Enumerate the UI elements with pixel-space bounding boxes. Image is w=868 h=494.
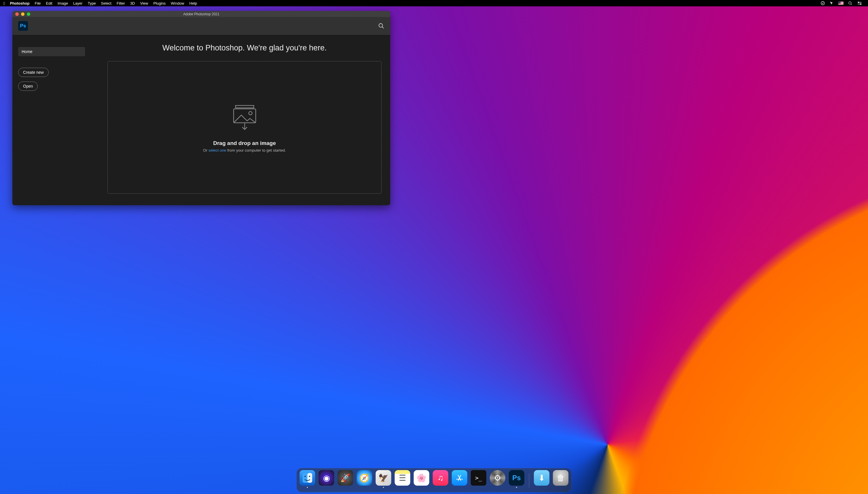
menu-help[interactable]: Help xyxy=(187,1,200,5)
svg-line-2 xyxy=(851,4,852,5)
menu-select[interactable]: Select xyxy=(99,1,114,5)
menu-file[interactable]: File xyxy=(32,1,43,5)
dock-launchpad[interactable]: 🚀 xyxy=(338,470,353,488)
svg-line-8 xyxy=(382,27,384,28)
control-center-icon[interactable] xyxy=(855,1,865,5)
dock-terminal[interactable]: >_ xyxy=(471,470,486,488)
dock-notes[interactable]: ☰ xyxy=(395,470,410,488)
welcome-heading: Welcome to Photoshop. We're glad you're … xyxy=(108,43,382,53)
menu-image[interactable]: Image xyxy=(55,1,71,5)
svg-rect-9 xyxy=(235,106,254,108)
menu-3d[interactable]: 3D xyxy=(128,1,138,5)
svg-point-15 xyxy=(305,476,306,477)
keyboard-layout-flag[interactable] xyxy=(836,1,846,5)
dock-trash[interactable]: 🗑 xyxy=(553,470,568,488)
app-menu[interactable]: Photoshop xyxy=(7,1,32,5)
dock-appstore[interactable] xyxy=(452,470,467,488)
select-file-link[interactable]: select one xyxy=(209,148,227,152)
menu-layer[interactable]: Layer xyxy=(71,1,85,5)
svg-point-1 xyxy=(849,1,851,4)
apple-menu[interactable]:  xyxy=(3,1,7,6)
svg-point-6 xyxy=(860,4,861,5)
open-button[interactable]: Open xyxy=(18,81,38,91)
home-main: Welcome to Photoshop. We're glad you're … xyxy=(99,35,390,205)
drop-zone[interactable]: Drag and drop an image Or select one fro… xyxy=(108,61,382,194)
svg-point-5 xyxy=(858,2,859,3)
create-new-button[interactable]: Create new xyxy=(18,68,49,77)
menu-window[interactable]: Window xyxy=(168,1,187,5)
search-button[interactable] xyxy=(378,23,384,29)
window-title: Adobe Photoshop 2021 xyxy=(13,12,390,16)
image-download-icon xyxy=(230,102,259,133)
menu-filter[interactable]: Filter xyxy=(114,1,128,5)
dock-photoshop[interactable]: Ps xyxy=(509,470,524,488)
svg-point-16 xyxy=(309,476,310,477)
home-sidebar: Home Create new Open xyxy=(13,35,99,205)
dock-siri[interactable]: ◉ xyxy=(319,470,334,488)
dock-photos[interactable]: 🌸 xyxy=(414,470,429,488)
mac-menubar:  Photoshop File Edit Image Layer Type S… xyxy=(0,0,868,6)
svg-point-7 xyxy=(379,24,383,27)
menu-plugins[interactable]: Plugins xyxy=(151,1,168,5)
dock-system-preferences[interactable]: ⚙︎ xyxy=(490,470,505,488)
menu-type[interactable]: Type xyxy=(85,1,98,5)
svg-point-11 xyxy=(249,111,252,115)
dock-music[interactable]: ♫ xyxy=(433,470,448,488)
dock-downloads[interactable]: ⬇︎ xyxy=(534,470,549,488)
dock: ◉ 🚀 🧭 🦅 ☰ 🌸 ♫ >_ ⚙︎ Ps ⬇︎ 🗑 xyxy=(296,468,572,492)
dock-mail[interactable]: 🦅 xyxy=(376,470,391,488)
menu-view[interactable]: View xyxy=(137,1,151,5)
nav-home[interactable]: Home xyxy=(18,47,85,56)
photoshop-logo[interactable]: Ps xyxy=(18,21,28,31)
window-titlebar[interactable]: Adobe Photoshop 2021 xyxy=(13,11,390,17)
spotlight-icon[interactable] xyxy=(846,1,855,5)
dock-finder[interactable] xyxy=(300,470,315,488)
cc-status-icon[interactable] xyxy=(818,1,827,5)
svg-point-0 xyxy=(821,1,825,5)
cursor-status-icon[interactable] xyxy=(827,1,836,5)
home-topbar: Ps xyxy=(13,17,390,35)
drop-zone-title: Drag and drop an image xyxy=(213,140,276,147)
photoshop-window: Adobe Photoshop 2021 Ps Home Create new … xyxy=(13,11,390,205)
drop-zone-subtitle: Or select one from your computer to get … xyxy=(203,148,286,152)
svg-rect-14 xyxy=(308,473,312,483)
menu-edit[interactable]: Edit xyxy=(43,1,55,5)
dock-safari[interactable]: 🧭 xyxy=(357,470,372,488)
dock-separator xyxy=(529,474,529,488)
